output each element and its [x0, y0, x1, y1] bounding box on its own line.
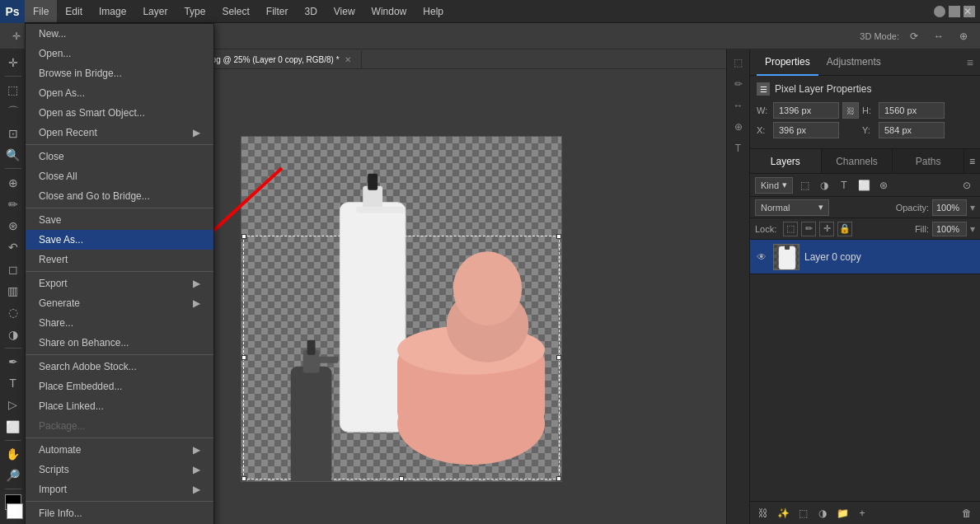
tab-properties[interactable]: Properties	[757, 49, 818, 76]
x-value[interactable]: 396 px	[773, 122, 839, 138]
3d-orbit-icon[interactable]: ⟳	[904, 26, 924, 46]
menu-item-place-embedded[interactable]: Place Embedded...	[26, 377, 213, 396]
w-value[interactable]: 1396 px	[773, 102, 839, 119]
menu-item-close-all[interactable]: Close All	[26, 166, 213, 186]
menu-item-generate[interactable]: Generate ▶	[26, 293, 213, 313]
add-mask-btn[interactable]: ⬚	[795, 505, 811, 522]
tab-adjustments[interactable]: Adjustments	[818, 49, 889, 76]
menu-item-browse[interactable]: Browse in Bridge...	[26, 63, 213, 83]
fill-value[interactable]: 100%	[932, 222, 967, 236]
menu-item-save-as[interactable]: Save As...	[26, 230, 213, 250]
canvas[interactable]	[241, 136, 562, 482]
eraser-tool[interactable]: ◻	[2, 260, 24, 279]
mini-icon-5[interactable]: T	[729, 138, 748, 158]
menu-item-open[interactable]: Open...	[26, 44, 213, 63]
menu-item-export[interactable]: Export ▶	[26, 274, 213, 293]
mini-icon-2[interactable]: ✏	[729, 74, 748, 94]
menu-3d[interactable]: 3D	[296, 0, 325, 22]
mini-icon-3[interactable]: ↔	[729, 96, 748, 115]
eyedropper-tool[interactable]: 🔍	[2, 145, 24, 165]
text-tool[interactable]: T	[2, 373, 24, 393]
menu-item-stock[interactable]: Search Adobe Stock...	[26, 357, 213, 377]
3d-zoom-icon[interactable]: ⊕	[954, 26, 973, 46]
3d-pan-icon[interactable]: ↔	[929, 26, 949, 46]
menu-edit[interactable]: Edit	[57, 0, 91, 22]
hand-tool[interactable]: ✋	[2, 444, 24, 464]
mini-icon-4[interactable]: ⊕	[729, 117, 748, 137]
menu-window[interactable]: Window	[363, 0, 415, 22]
menu-file[interactable]: File	[25, 0, 57, 22]
gradient-tool[interactable]: ▥	[2, 281, 24, 301]
fill-arrow[interactable]: ▾	[970, 223, 975, 235]
window-close[interactable]: ✕	[964, 6, 975, 17]
add-group-btn[interactable]: 📁	[834, 505, 851, 522]
tab-close-button[interactable]: ✕	[345, 55, 351, 64]
layer-filter-pixel[interactable]: ⬚	[796, 177, 813, 194]
menu-item-import[interactable]: Import ▶	[26, 480, 213, 499]
add-adjustment-btn[interactable]: ◑	[814, 505, 831, 522]
menu-select[interactable]: Select	[213, 0, 257, 22]
menu-item-open-as[interactable]: Open As...	[26, 83, 213, 103]
shape-tool[interactable]: ⬜	[2, 417, 24, 437]
layers-panel-menu[interactable]: ≡	[964, 149, 980, 173]
menu-image[interactable]: Image	[91, 0, 134, 22]
blur-tool[interactable]: ◌	[2, 302, 24, 322]
y-value[interactable]: 584 px	[879, 122, 945, 138]
panel-menu-icon[interactable]: ≡	[967, 56, 973, 69]
lock-paint[interactable]: ✏	[801, 222, 816, 236]
menu-item-open-smart[interactable]: Open as Smart Object...	[26, 103, 213, 123]
background-color[interactable]	[7, 503, 23, 519]
move-tool[interactable]: ✛	[2, 53, 24, 73]
lock-all[interactable]: 🔒	[837, 222, 852, 236]
history-tool[interactable]: ↶	[2, 237, 24, 257]
blend-mode-dropdown[interactable]: Normal ▾	[755, 199, 829, 216]
link-icon[interactable]: ⛓	[842, 102, 859, 119]
layer-filter-shape[interactable]: ⬜	[856, 177, 872, 194]
heal-tool[interactable]: ⊕	[2, 172, 24, 192]
crop-tool[interactable]: ⊡	[2, 124, 24, 143]
menu-item-place-linked[interactable]: Place Linked...	[26, 396, 213, 416]
h-value[interactable]: 1560 px	[879, 102, 945, 119]
delete-layer-btn[interactable]: 🗑	[959, 505, 975, 522]
menu-item-share[interactable]: Share...	[26, 313, 213, 333]
menu-type[interactable]: Type	[176, 0, 213, 22]
opacity-value[interactable]: 100%	[932, 199, 967, 216]
menu-item-close[interactable]: Close	[26, 147, 213, 166]
menu-layer[interactable]: Layer	[134, 0, 176, 22]
tab-layers[interactable]: Layers	[750, 149, 822, 173]
menu-item-file-info[interactable]: File Info...	[26, 503, 213, 523]
zoom-tool[interactable]: 🔎	[2, 466, 24, 485]
menu-item-revert[interactable]: Revert	[26, 250, 213, 269]
clone-tool[interactable]: ⊛	[2, 216, 24, 236]
lock-transparent[interactable]: ⬚	[783, 222, 798, 236]
layer-filter-adjust[interactable]: ◑	[816, 177, 832, 194]
mini-icon-1[interactable]: ⬚	[729, 53, 748, 73]
kind-dropdown[interactable]: Kind ▾	[755, 177, 793, 194]
layer-filter-off[interactable]: ⊙	[959, 177, 975, 194]
window-minimize[interactable]	[934, 6, 945, 17]
menu-item-new[interactable]: New...	[26, 24, 213, 44]
menu-item-save[interactable]: Save	[26, 210, 213, 230]
dodge-tool[interactable]: ◑	[2, 324, 24, 344]
layer-item-0[interactable]: 👁 Layer 0 copy	[750, 240, 980, 274]
layer-filter-type[interactable]: T	[836, 177, 852, 194]
add-style-btn[interactable]: ✨	[775, 505, 791, 522]
menu-item-close-bridge[interactable]: Close and Go to Bridge...	[26, 186, 213, 206]
layer-visibility-icon[interactable]: 👁	[755, 251, 768, 263]
lasso-tool[interactable]: ⌒	[2, 102, 24, 122]
selection-tool[interactable]: ⬚	[2, 80, 24, 100]
menu-view[interactable]: View	[326, 0, 363, 22]
tab-channels[interactable]: Channels	[822, 149, 893, 173]
menu-item-behance[interactable]: Share on Behance...	[26, 333, 213, 353]
link-layers-btn[interactable]: ⛓	[755, 505, 771, 522]
menu-help[interactable]: Help	[415, 0, 452, 22]
menu-item-automate[interactable]: Automate ▶	[26, 440, 213, 460]
menu-filter[interactable]: Filter	[258, 0, 297, 22]
add-layer-btn[interactable]: +	[854, 505, 870, 522]
pen-tool[interactable]: ✒	[2, 352, 24, 372]
path-selection-tool[interactable]: ▷	[2, 395, 24, 414]
layer-filter-smart[interactable]: ⊛	[875, 177, 892, 194]
move-tool-icon[interactable]: ✛	[7, 26, 26, 46]
menu-item-open-recent[interactable]: Open Recent ▶	[26, 123, 213, 143]
opacity-arrow[interactable]: ▾	[970, 202, 975, 213]
